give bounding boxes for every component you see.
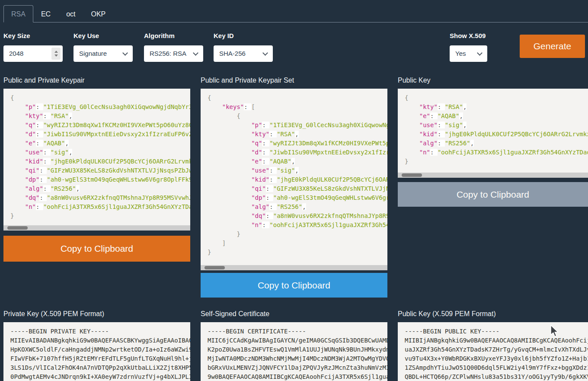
certificate-panel-title: Self-Signed Certificate [201, 310, 269, 318]
copy-public-key-button[interactable]: Copy to Clipboard [398, 182, 588, 207]
keypair-json-code: { "p": "1TiE3EVg_G0lCecNsu3agh0XiGqwowNg… [3, 89, 190, 221]
scrollbar-thumb[interactable] [7, 226, 28, 230]
show-x509-group: Show X.509 Yes [450, 32, 487, 62]
tab-bar: RSAECoctOKP [3, 5, 588, 22]
copy-keypair-set-button[interactable]: Copy to Clipboard [201, 273, 387, 298]
public-key-json-code: { "kty": "RSA", "e": "AQAB", "use": "sig… [398, 89, 588, 166]
scrollbar-thumb[interactable] [205, 266, 225, 269]
keypair-set-panel-title: Public and Private Keypair Set [201, 76, 294, 84]
key-id-label: Key ID [214, 32, 273, 39]
stepper-down-icon[interactable] [54, 54, 58, 57]
chevron-down-icon[interactable] [477, 50, 483, 56]
public-pem-block: -----BEGIN PUBLIC KEY-----MIIBIjANBgkqhk… [398, 322, 588, 381]
key-size-label: Key Size [3, 32, 63, 39]
number-stepper-icon[interactable] [51, 48, 61, 60]
private-pem-block: -----BEGIN PRIVATE KEY-----MIIEvAIBADANB… [3, 322, 190, 381]
keypair-json-block: { "p": "1TiE3EVg_G0lCecNsu3agh0XiGqwowNg… [3, 89, 190, 231]
algorithm-label: Algorithm [144, 32, 203, 39]
horizontal-scrollbar[interactable] [398, 173, 588, 178]
key-use-value: Signature [79, 50, 107, 57]
key-use-select[interactable]: Signature [74, 45, 133, 62]
public-key-json-block: { "kty": "RSA", "e": "AQAB", "use": "sig… [398, 89, 588, 178]
key-id-group: Key ID SHA-256 [214, 32, 273, 62]
key-size-group: Key Size 2048 [3, 32, 63, 62]
certificate-text: -----BEGIN CERTIFICATE-----MIIC6jCCAdKgA… [201, 322, 387, 381]
public-pem-text: -----BEGIN PUBLIC KEY-----MIIBIjANBgkqhk… [398, 322, 588, 381]
generate-button[interactable]: Generate [520, 35, 585, 58]
public-key-panel-title: Public Key [398, 76, 431, 84]
key-use-label: Key Use [74, 32, 133, 39]
stepper-up-icon[interactable] [54, 51, 58, 53]
show-x509-select[interactable]: Yes [450, 45, 487, 62]
key-id-value: SHA-256 [219, 50, 246, 57]
key-size-input[interactable]: 2048 [3, 45, 63, 62]
algorithm-group: Algorithm RS256: RSA [144, 32, 203, 62]
show-x509-value: Yes [455, 50, 466, 57]
tab-okp[interactable]: OKP [83, 5, 113, 22]
horizontal-scrollbar[interactable] [201, 265, 387, 270]
algorithm-select[interactable]: RS256: RSA [144, 45, 203, 62]
private-pem-text: -----BEGIN PRIVATE KEY-----MIIEvAIBADANB… [3, 322, 190, 381]
chevron-down-icon[interactable] [122, 50, 128, 56]
chevron-down-icon[interactable] [262, 50, 268, 56]
chevron-down-icon[interactable] [193, 50, 198, 56]
tab-ec[interactable]: EC [33, 5, 58, 22]
key-size-value: 2048 [9, 50, 23, 57]
show-x509-label: Show X.509 [450, 32, 487, 39]
key-id-select[interactable]: SHA-256 [214, 45, 273, 62]
tab-oct[interactable]: oct [58, 5, 83, 22]
scrollbar-thumb[interactable] [402, 173, 422, 177]
public-pem-panel-title: Public Key (X.509 PEM Format) [398, 310, 496, 318]
key-use-group: Key Use Signature [74, 32, 133, 62]
generator-form: Key Size 2048 Key Use Signature Algorith… [0, 22, 588, 70]
mkjwk-page: { "tabs": [ {"label": "RSA", "active": t… [0, 0, 588, 381]
horizontal-scrollbar[interactable] [3, 225, 190, 231]
copy-keypair-button[interactable]: Copy to Clipboard [3, 236, 190, 262]
private-pem-panel-title: Private Key (X.509 PEM Format) [3, 310, 104, 318]
keypair-set-json-code: { "keys": [ { "p": "1TiE3EVg_G0lCecNsu3a… [201, 89, 387, 257]
tab-rsa[interactable]: RSA [3, 5, 33, 22]
algorithm-value: RS256: RSA [150, 50, 186, 57]
keypair-set-json-block: { "keys": [ { "p": "1TiE3EVg_G0lCecNsu3a… [201, 89, 387, 270]
certificate-block: -----BEGIN CERTIFICATE-----MIIC6jCCAdKgA… [201, 322, 387, 381]
keypair-panel-title: Public and Private Keypair [3, 76, 85, 84]
